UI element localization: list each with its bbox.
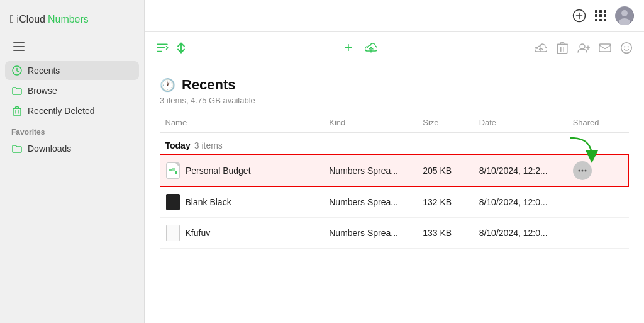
column-header-date: Date [474, 115, 568, 133]
group-label-text: Today [165, 140, 191, 150]
toolbar-right [533, 40, 634, 55]
file-shared-cell [568, 155, 629, 187]
sidebar-toggle-button[interactable] [10, 40, 28, 54]
column-header-kind: Kind [324, 115, 418, 133]
svg-rect-1 [13, 46, 25, 47]
svg-rect-2 [13, 50, 25, 51]
svg-rect-7 [599, 10, 602, 13]
sort-button[interactable] [155, 40, 170, 55]
svg-point-23 [628, 46, 629, 47]
trash-icon [11, 105, 23, 116]
folder-downloads-icon [11, 143, 23, 154]
recents-label: Recents [28, 65, 60, 76]
svg-point-19 [580, 44, 585, 49]
file-name-cell: Personal Budget [160, 155, 325, 187]
svg-rect-14 [604, 19, 606, 21]
svg-rect-20 [599, 44, 611, 52]
group-header-row: Today 3 items [160, 133, 629, 155]
table-row[interactable]: Blank Black Numbers Sprea... 132 KB 8/10… [160, 187, 629, 218]
svg-rect-9 [595, 14, 597, 17]
email-button[interactable] [597, 40, 613, 55]
file-table: Name Kind Size Date Shared Today 3 items [160, 115, 629, 249]
downloads-label: Downloads [28, 144, 71, 154]
sidebar-item-recents[interactable]: Recents [5, 61, 139, 80]
file-shared-cell [568, 218, 629, 249]
file-size: 205 KB [418, 155, 474, 187]
column-header-size: Size [418, 115, 474, 133]
recents-clock-icon: 🕐 [160, 77, 175, 93]
file-kind: Numbers Sprea... [324, 218, 418, 249]
top-bar [145, 0, 644, 32]
page-header: 🕐 Recents [160, 77, 629, 93]
apple-icon:  [10, 13, 14, 26]
table-header-row: Name Kind Size Date Shared [160, 115, 629, 133]
table-row[interactable]: Kfufuv Numbers Sprea... 133 KB 8/10/2024… [160, 218, 629, 249]
svg-rect-26 [172, 168, 175, 171]
toolbar-left [155, 40, 189, 55]
add-button[interactable] [572, 9, 586, 23]
sidebar-item-recently-deleted[interactable]: Recently Deleted [5, 101, 139, 120]
file-icon-numbers [165, 162, 180, 179]
app-logo:  iCloud Numbers [0, 8, 144, 36]
new-file-button[interactable]: + [343, 38, 354, 57]
file-date: 8/10/2024, 12:0... [474, 187, 568, 218]
grid-view-button[interactable] [594, 9, 608, 23]
file-name: Personal Budget [186, 166, 251, 176]
main-content: + [145, 0, 644, 323]
file-shared-cell [568, 187, 629, 218]
svg-rect-10 [599, 14, 602, 17]
svg-rect-0 [13, 42, 25, 43]
favorites-nav: Downloads [0, 139, 144, 158]
column-header-shared: Shared [568, 115, 629, 133]
table-row[interactable]: Personal Budget Numbers Sprea... 205 KB … [160, 155, 629, 187]
file-date: 8/10/2024, 12:2... [474, 155, 568, 187]
icloud-label: iCloud [17, 14, 45, 25]
svg-rect-12 [595, 19, 597, 21]
share-user-button[interactable] [576, 40, 591, 55]
file-size: 132 KB [418, 187, 474, 218]
svg-rect-27 [175, 171, 177, 174]
sidebar-item-browse[interactable]: Browse [5, 81, 139, 100]
file-icon-empty [165, 224, 180, 242]
svg-point-29 [581, 170, 583, 172]
svg-rect-6 [595, 10, 597, 13]
svg-rect-18 [557, 44, 567, 53]
sidebar-toggle-area [0, 36, 144, 61]
file-name: Kfufuv [186, 228, 211, 238]
clock-icon [11, 65, 23, 76]
sidebar-item-downloads[interactable]: Downloads [5, 139, 139, 158]
folder-browse-icon [11, 85, 23, 96]
column-header-name: Name [160, 115, 325, 133]
sidebar-nav: Recents Browse Recently Deleted [0, 61, 144, 120]
svg-point-21 [621, 43, 632, 54]
upload-button[interactable] [364, 40, 379, 55]
recently-deleted-label: Recently Deleted [28, 106, 95, 116]
group-label-today: Today 3 items [160, 133, 629, 154]
more-options-button[interactable] [573, 161, 592, 180]
content-area: 🕐 Recents 3 items, 4.75 GB available Nam… [145, 64, 644, 323]
page-subtitle: 3 items, 4.75 GB available [160, 96, 629, 105]
file-size: 133 KB [418, 218, 474, 249]
file-name-cell: Blank Black [160, 187, 325, 218]
user-avatar[interactable] [615, 6, 634, 25]
file-name-cell: Kfufuv [160, 218, 325, 249]
group-count: 3 items [194, 140, 223, 150]
svg-rect-11 [604, 14, 606, 17]
svg-point-22 [624, 46, 625, 47]
svg-rect-13 [599, 19, 602, 21]
file-kind: Numbers Sprea... [324, 155, 418, 187]
upload-cloud-button[interactable] [533, 40, 548, 55]
page-title: Recents [182, 77, 236, 93]
favorites-label: Favorites [0, 120, 144, 139]
toolbar: + [145, 32, 644, 64]
smiley-button[interactable] [619, 40, 634, 55]
browse-label: Browse [28, 86, 57, 96]
sort-order-button[interactable] [174, 40, 189, 55]
file-kind: Numbers Sprea... [324, 187, 418, 218]
svg-point-16 [621, 10, 628, 16]
file-name: Blank Black [186, 197, 231, 207]
delete-button[interactable] [555, 40, 570, 55]
sidebar:  iCloud Numbers Recents [0, 0, 145, 323]
numbers-label: Numbers [48, 14, 89, 25]
svg-point-30 [584, 170, 586, 172]
